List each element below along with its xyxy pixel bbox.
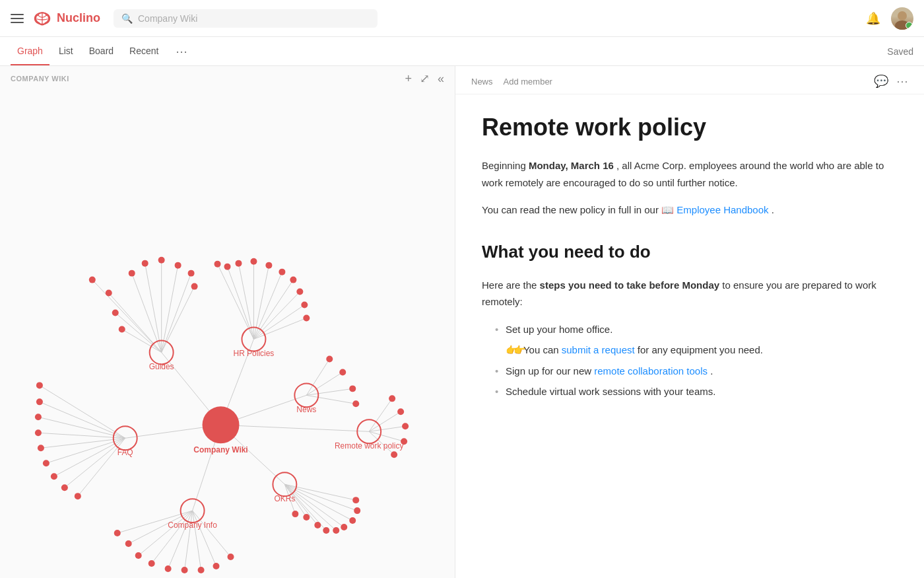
- svg-point-112: [228, 554, 234, 560]
- svg-line-32: [38, 433, 125, 438]
- svg-line-12: [116, 313, 162, 353]
- node-label-hr-policies: HR Policies: [234, 349, 275, 358]
- tab-board[interactable]: Board: [82, 38, 120, 65]
- comment-button[interactable]: 💬: [874, 74, 888, 89]
- doc-body: Beginning Monday, March 16 , all Acme Co…: [482, 157, 898, 400]
- employee-handbook-link[interactable]: Employee Handbook: [676, 204, 768, 215]
- hamburger-button[interactable]: [11, 14, 24, 23]
- saved-status: Saved: [887, 46, 913, 57]
- tabs-bar: Graph List Board Recent ⋯ Saved: [0, 37, 924, 66]
- svg-point-91: [43, 460, 50, 466]
- subitem-prefix: 👉: [506, 344, 518, 355]
- svg-point-104: [114, 530, 121, 536]
- tab-recent[interactable]: Recent: [123, 38, 165, 65]
- svg-point-95: [292, 511, 298, 517]
- panel-actions: + ⤢ «: [405, 73, 444, 85]
- avatar[interactable]: [891, 7, 913, 30]
- svg-point-118: [397, 408, 404, 415]
- collapse-button[interactable]: «: [438, 73, 444, 85]
- svg-point-110: [198, 567, 205, 573]
- tab-graph[interactable]: Graph: [11, 38, 50, 65]
- breadcrumb-news[interactable]: News: [471, 77, 493, 87]
- svg-point-70: [129, 270, 135, 277]
- logo[interactable]: Nuclino: [32, 10, 100, 27]
- add-node-button[interactable]: +: [405, 73, 412, 85]
- svg-point-111: [213, 563, 220, 569]
- doc-intro-paragraph: Beginning Monday, March 16 , all Acme Co…: [482, 157, 898, 191]
- svg-line-30: [40, 402, 125, 438]
- svg-point-93: [61, 484, 68, 491]
- graph-visualization: Company Wiki Guides HR Policies News Rem…: [0, 91, 455, 574]
- svg-line-61: [369, 398, 392, 431]
- intro-bold-date: Monday, March 16: [529, 160, 614, 171]
- svg-line-18: [162, 273, 191, 353]
- intro-text: Beginning: [482, 160, 529, 171]
- search-input[interactable]: Company Wiki: [138, 13, 197, 24]
- collab-tools-link[interactable]: remote collaboration tools: [594, 365, 708, 377]
- node-label-faq: FAQ: [117, 448, 133, 457]
- svg-point-76: [214, 261, 221, 268]
- svg-point-69: [119, 326, 125, 333]
- svg-point-86: [36, 382, 43, 388]
- list-item-home-office: Set up your home office.: [495, 321, 898, 338]
- svg-point-84: [301, 302, 308, 308]
- svg-point-97: [314, 522, 321, 528]
- node-company-wiki[interactable]: [203, 406, 240, 443]
- svg-point-121: [391, 451, 397, 458]
- svg-point-102: [354, 507, 360, 514]
- svg-point-75: [191, 283, 198, 290]
- tab-list[interactable]: List: [52, 38, 80, 65]
- submit-request-link[interactable]: submit a request: [562, 344, 635, 355]
- graph-canvas: Company Wiki Guides HR Policies News Rem…: [0, 91, 455, 574]
- svg-point-71: [142, 260, 148, 267]
- svg-line-17: [162, 266, 178, 353]
- svg-point-68: [112, 310, 119, 316]
- list-item-text: Set up your home office.: [506, 324, 612, 335]
- search-icon: 🔍: [121, 13, 133, 24]
- svg-point-66: [89, 277, 96, 283]
- svg-line-13: [122, 330, 162, 353]
- svg-point-99: [333, 527, 339, 534]
- svg-line-38: [40, 385, 125, 438]
- main-area: COMPANY WIKI + ⤢ «: [0, 66, 924, 578]
- node-label-news: News: [296, 405, 316, 414]
- svg-point-107: [148, 560, 155, 567]
- doc-header-bar: News Add member 💬 ⋯: [455, 66, 924, 94]
- svg-line-15: [145, 264, 162, 353]
- svg-point-105: [125, 540, 132, 547]
- svg-point-73: [175, 262, 182, 269]
- svg-point-114: [339, 369, 346, 375]
- node-label-company-wiki: Company Wiki: [193, 445, 248, 454]
- svg-point-77: [224, 264, 231, 270]
- search-bar[interactable]: 🔍 Company Wiki: [114, 9, 378, 28]
- svg-line-33: [41, 438, 125, 448]
- node-label-okrs: OKRs: [274, 494, 295, 503]
- logo-icon: [32, 10, 53, 27]
- svg-point-89: [35, 429, 42, 436]
- section-what-to-do-title: What you need to do: [482, 237, 898, 266]
- svg-point-98: [323, 527, 329, 534]
- svg-point-113: [326, 355, 333, 362]
- svg-line-19: [162, 287, 195, 353]
- svg-line-57: [306, 359, 329, 395]
- tabs-more-button[interactable]: ⋯: [170, 44, 193, 59]
- doc-header-actions: 💬 ⋯: [874, 74, 908, 89]
- more-options-button[interactable]: ⋯: [896, 74, 908, 89]
- doc-content: Remote work policy Beginning Monday, Mar…: [455, 94, 924, 424]
- list-item-virtual-sessions: Schedule virtual work sessions with your…: [495, 383, 898, 400]
- list-item-text: Schedule virtual work sessions with your…: [506, 386, 715, 397]
- handbook-text-end: .: [772, 204, 774, 215]
- breadcrumb-add-member[interactable]: Add member: [504, 77, 552, 87]
- svg-line-26: [253, 292, 300, 340]
- expand-button[interactable]: ⤢: [420, 73, 430, 85]
- svg-point-83: [296, 289, 303, 295]
- notification-bell-icon[interactable]: 🔔: [866, 11, 880, 26]
- svg-line-63: [369, 426, 405, 431]
- graph-panel: COMPANY WIKI + ⤢ «: [0, 66, 455, 578]
- action-list: Set up your home office. 👉 You can submi…: [482, 321, 898, 400]
- svg-line-14: [132, 273, 162, 353]
- svg-point-94: [75, 493, 81, 499]
- svg-point-82: [290, 277, 296, 283]
- svg-point-96: [303, 514, 310, 521]
- svg-point-117: [389, 395, 395, 402]
